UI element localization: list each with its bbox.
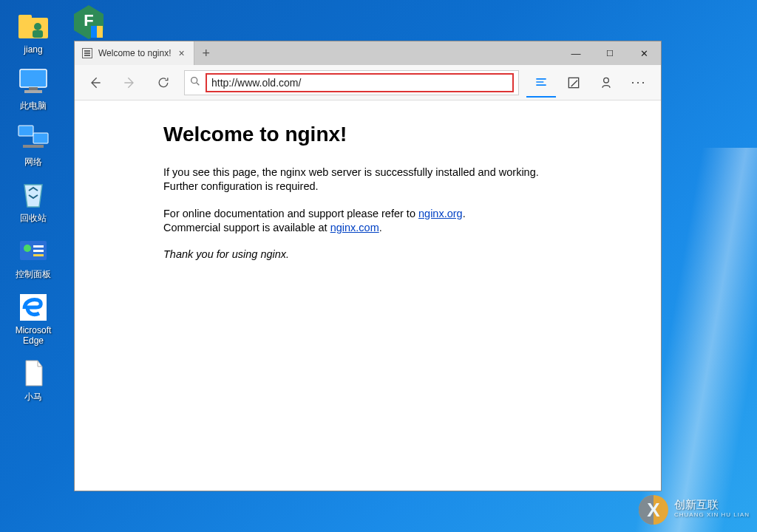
back-button[interactable] (82, 69, 109, 96)
svg-rect-7 (18, 126, 33, 136)
page-paragraph: Thank you for using nginx. (163, 248, 572, 262)
desktop-icon-edge[interactable]: Microsoft Edge (4, 291, 63, 346)
desktop-icon-label: 回收站 (4, 213, 63, 223)
svg-rect-6 (24, 90, 42, 93)
tab-close-button[interactable]: × (177, 47, 186, 59)
svg-point-11 (24, 245, 31, 252)
link-nginx-com[interactable]: nginx.com (330, 222, 379, 233)
close-window-button[interactable]: ✕ (627, 41, 661, 65)
desktop-icon-network[interactable]: 网络 (4, 123, 63, 167)
computer-icon (16, 66, 51, 98)
svg-rect-5 (29, 87, 38, 90)
desktop-icon-file[interactable]: 小马 (4, 358, 63, 402)
tab-bar: Welcome to nginx! × + — ☐ ✕ (75, 41, 661, 65)
svg-rect-8 (33, 133, 48, 143)
toolbar: http://www.old.com/ ··· (75, 65, 661, 100)
svg-rect-13 (33, 250, 44, 252)
desktop-icon-recycle[interactable]: 回收站 (4, 179, 63, 223)
desktop-icon-computer[interactable]: 此电脑 (4, 66, 63, 111)
svg-rect-3 (33, 30, 43, 38)
address-bar[interactable]: http://www.old.com/ (184, 70, 519, 95)
notes-button[interactable] (559, 68, 588, 98)
minimize-button[interactable]: — (559, 41, 593, 65)
network-icon (16, 123, 51, 154)
desktop-icon-label: Microsoft Edge (4, 325, 63, 346)
recycle-icon (16, 179, 51, 210)
project-shortcut-icon[interactable]: F (70, 4, 107, 41)
page-icon (82, 48, 92, 58)
svg-rect-19 (568, 78, 578, 87)
user-folder-icon (16, 10, 51, 41)
svg-rect-9 (23, 145, 44, 148)
svg-rect-4 (20, 69, 47, 87)
refresh-button[interactable] (150, 69, 177, 96)
edge-icon (16, 291, 51, 322)
desktop-icon-user[interactable]: jiang (4, 10, 63, 55)
forward-button[interactable] (116, 69, 143, 96)
desktop-icon-control-panel[interactable]: 控制面板 (4, 235, 63, 279)
search-icon (189, 75, 201, 90)
more-button[interactable]: ··· (624, 68, 654, 98)
tab-active[interactable]: Welcome to nginx! × (75, 41, 194, 65)
url-input[interactable]: http://www.old.com/ (206, 73, 514, 92)
svg-point-18 (191, 77, 197, 83)
svg-point-2 (34, 23, 41, 30)
file-icon (16, 358, 51, 389)
page-heading: Welcome to nginx! (163, 123, 572, 146)
desktop-icon-label: jiang (4, 44, 63, 55)
page-paragraph: For online documentation and support ple… (163, 207, 572, 235)
watermark-text: 创新互联 CHUANG XIN HU LIAN (674, 499, 750, 520)
window-controls: — ☐ ✕ (559, 41, 661, 65)
desktop-icons: jiang 此电脑 网络 回收站 控制面板 Microsoft Edge 小 (0, 0, 67, 414)
reading-view-button[interactable] (526, 68, 556, 98)
new-tab-button[interactable]: + (194, 41, 218, 65)
svg-rect-1 (18, 15, 32, 21)
page-paragraph: If you see this page, the nginx web serv… (163, 166, 572, 194)
svg-rect-12 (33, 245, 44, 248)
tab-title: Welcome to nginx! (98, 48, 172, 58)
control-panel-icon (16, 235, 51, 266)
link-nginx-org[interactable]: nginx.org (418, 208, 463, 219)
share-button[interactable] (591, 68, 621, 98)
svg-point-20 (604, 78, 609, 83)
desktop-icon-label: 网络 (4, 157, 63, 167)
svg-rect-14 (33, 254, 44, 256)
desktop-icon-label: 此电脑 (4, 100, 63, 111)
maximize-button[interactable]: ☐ (593, 41, 627, 65)
desktop-icon-label: 控制面板 (4, 269, 63, 279)
page-content: Welcome to nginx! If you see this page, … (75, 100, 661, 491)
desktop-icon-label: 小马 (4, 392, 63, 402)
toolbar-right: ··· (526, 68, 654, 98)
watermark-logo-icon: X (639, 495, 668, 525)
watermark: X 创新互联 CHUANG XIN HU LIAN (639, 495, 750, 525)
browser-window: Welcome to nginx! × + — ☐ ✕ http://www.o… (74, 41, 662, 491)
